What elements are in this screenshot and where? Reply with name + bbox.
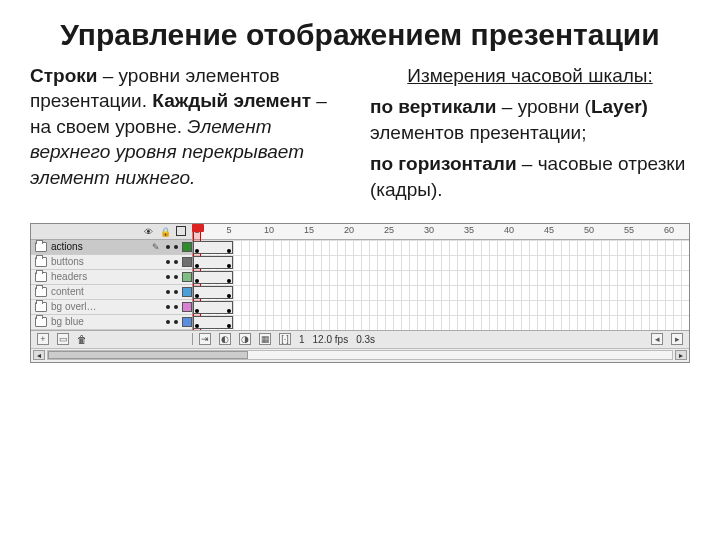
ruler-tick: 50 (584, 225, 594, 235)
color-swatch[interactable] (182, 272, 192, 282)
keyframe-icon[interactable] (195, 294, 199, 298)
ruler-tick: 20 (344, 225, 354, 235)
folder-icon (35, 242, 47, 252)
center-frame-button[interactable]: ⇥ (199, 333, 211, 345)
edit-frames-button[interactable]: ▦ (259, 333, 271, 345)
right-column: Измерения часовой шкалы: по вертикали – … (370, 63, 690, 209)
lock-dot[interactable] (174, 245, 178, 249)
ruler-tick: 10 (264, 225, 274, 235)
visibility-dot[interactable] (166, 260, 170, 264)
layer-row[interactable]: headers (31, 270, 192, 285)
lock-dot[interactable] (174, 320, 178, 324)
ruler-tick: 25 (384, 225, 394, 235)
folder-icon (35, 317, 47, 327)
timeline-scrollbar[interactable]: ◂ ▸ (31, 348, 689, 362)
layer-name: bg blue (51, 316, 162, 327)
ruler-tick: 55 (624, 225, 634, 235)
visibility-dot[interactable] (166, 245, 170, 249)
layer-row[interactable]: content (31, 285, 192, 300)
keyframe-icon[interactable] (227, 324, 231, 328)
scroll-right-icon[interactable]: ▸ (671, 333, 683, 345)
left-column: Строки – уровни элементов презентации. К… (30, 63, 350, 209)
slide-title: Управление отображением презентации (30, 18, 690, 53)
color-swatch[interactable] (182, 257, 192, 267)
layer-name: headers (51, 271, 162, 282)
keyframe-icon[interactable] (227, 309, 231, 313)
ruler-tick: 40 (504, 225, 514, 235)
onion-outline-button[interactable]: ◑ (239, 333, 251, 345)
scroll-right-button[interactable]: ▸ (675, 350, 687, 360)
lock-icon[interactable] (160, 226, 170, 236)
timeline-footer: + ▭ ⇥ ◐ ◑ ▦ [·] 1 12.0 fps 0.3s ◂ ▸ (31, 330, 689, 348)
current-frame: 1 (299, 334, 305, 345)
layer-header-controls (31, 224, 193, 239)
layer-name: bg overl… (51, 301, 162, 312)
right-paragraph-1: по вертикали – уровни (Layer) элементов … (370, 94, 690, 145)
scrollbar-thumb[interactable] (48, 351, 248, 359)
layer-row[interactable]: actions (31, 240, 192, 255)
term-each-element: Каждый элемент (152, 90, 311, 111)
timeline-panel: 151015202530354045505560 actionsbuttonsh… (30, 223, 690, 363)
layer-name: content (51, 286, 162, 297)
folder-icon (35, 287, 47, 297)
timeline-header: 151015202530354045505560 (31, 224, 689, 240)
visibility-dot[interactable] (166, 290, 170, 294)
color-swatch[interactable] (182, 302, 192, 312)
term-layer: Layer) (591, 96, 648, 117)
color-swatch[interactable] (182, 317, 192, 327)
frame-area[interactable] (193, 240, 689, 330)
visibility-dot[interactable] (166, 275, 170, 279)
visibility-dot[interactable] (166, 320, 170, 324)
eye-icon[interactable] (144, 226, 154, 236)
marker-button[interactable]: [·] (279, 333, 291, 345)
ruler-tick: 5 (226, 225, 231, 235)
keyframe-icon[interactable] (195, 279, 199, 283)
color-swatch[interactable] (182, 287, 192, 297)
layer-row[interactable]: buttons (31, 255, 192, 270)
lock-dot[interactable] (174, 260, 178, 264)
ruler-tick: 60 (664, 225, 674, 235)
keyframe-icon[interactable] (195, 309, 199, 313)
onion-skin-button[interactable]: ◐ (219, 333, 231, 345)
scroll-left-button[interactable]: ◂ (33, 350, 45, 360)
right-heading: Измерения часовой шкалы: (370, 63, 690, 89)
ruler-tick: 30 (424, 225, 434, 235)
fps-display: 12.0 fps (313, 334, 349, 345)
keyframe-icon[interactable] (195, 264, 199, 268)
ruler-tick: 35 (464, 225, 474, 235)
frame-ruler[interactable]: 151015202530354045505560 (193, 224, 689, 239)
layer-row[interactable]: bg overl… (31, 300, 192, 315)
insert-layer-button[interactable]: + (37, 333, 49, 345)
time-display: 0.3s (356, 334, 375, 345)
layer-row[interactable]: bg blue (31, 315, 192, 330)
lock-dot[interactable] (174, 305, 178, 309)
keyframe-icon[interactable] (195, 324, 199, 328)
frame-grid (193, 240, 689, 330)
folder-icon (35, 272, 47, 282)
keyframe-icon[interactable] (227, 249, 231, 253)
ruler-tick: 15 (304, 225, 314, 235)
text: элементов презентации; (370, 122, 587, 143)
layer-list: actionsbuttonsheaderscontentbg overl…bg … (31, 240, 193, 330)
folder-icon (35, 257, 47, 267)
visibility-dot[interactable] (166, 305, 170, 309)
layer-name: buttons (51, 256, 162, 267)
delete-layer-button[interactable] (77, 334, 87, 345)
term-horizontal: по горизонтали (370, 153, 517, 174)
outline-toggle-icon[interactable] (176, 226, 186, 236)
term-rows: Строки (30, 65, 97, 86)
color-swatch[interactable] (182, 242, 192, 252)
keyframe-icon[interactable] (195, 249, 199, 253)
insert-folder-button[interactable]: ▭ (57, 333, 69, 345)
keyframe-icon[interactable] (227, 294, 231, 298)
folder-icon (35, 302, 47, 312)
scrollbar-track[interactable] (47, 350, 673, 360)
scroll-left-icon[interactable]: ◂ (651, 333, 663, 345)
text: – уровни ( (497, 96, 591, 117)
lock-dot[interactable] (174, 275, 178, 279)
keyframe-icon[interactable] (227, 279, 231, 283)
layer-name: actions (51, 241, 148, 252)
left-paragraph: Строки – уровни элементов презентации. К… (30, 63, 350, 191)
keyframe-icon[interactable] (227, 264, 231, 268)
lock-dot[interactable] (174, 290, 178, 294)
